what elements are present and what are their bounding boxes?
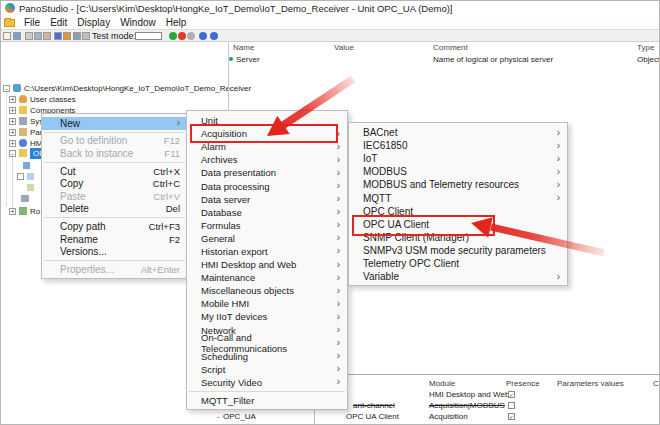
column-header-module[interactable]: Module (429, 379, 455, 388)
expander-icon[interactable]: + (9, 118, 16, 125)
column-header-comment-clipped[interactable]: C (653, 379, 659, 388)
menubar-item-help[interactable]: Help (161, 17, 192, 28)
system-icon (19, 117, 27, 125)
submenu-item-hmi-desktop-and-web[interactable]: HMI Desktop and Web › (187, 258, 347, 271)
expander-icon[interactable]: + (9, 96, 16, 103)
cut-icon[interactable] (25, 32, 33, 40)
start-icon[interactable] (169, 32, 177, 40)
submenu-item-snmpv3-usm-mode-security-parameters[interactable]: SNMPv3 USM mode security parameters (349, 244, 567, 257)
column-header-comment[interactable]: Comment (433, 43, 468, 52)
column-header-parameters-values[interactable]: Parameters values (557, 379, 624, 388)
menu-separator (44, 260, 185, 261)
submenu-arrow-icon: › (337, 325, 340, 335)
tree-item-label: C:\Users\Kim\Desktop\HongKe_IoT_Demo\IoT… (24, 84, 251, 93)
row-expander-icon[interactable]: - (217, 412, 220, 421)
menu-item-copy-path[interactable]: Copy path Ctrl+F3 (42, 220, 187, 233)
menubar-item-edit[interactable]: Edit (45, 17, 72, 28)
submenu-item-telemetry-opc-client[interactable]: Telemetry OPC Client (349, 257, 567, 270)
submenu-item-script[interactable]: Script › (187, 363, 347, 376)
submenu-item-modbus-and-telemetry-resources[interactable]: MODBUS and Telemetry resources › (349, 178, 567, 191)
info-icon[interactable] (199, 32, 207, 40)
paste-icon[interactable] (43, 32, 51, 40)
submenu-item-on-call-and-telecommunications[interactable]: On-Call and Telecommunications › (187, 337, 347, 350)
menubar-item-window[interactable]: Window (115, 17, 161, 28)
server-row-type: Object (637, 55, 660, 64)
submenu-item-my-iiot-devices[interactable]: My IIoT devices › (187, 310, 347, 323)
submenu-item-miscellaneous-objects[interactable]: Miscellaneous objects › (187, 284, 347, 297)
expander-icon[interactable]: + (9, 140, 16, 147)
submenu-item-modbus[interactable]: MODBUS › (349, 165, 567, 178)
submenu-arrow-icon: › (337, 273, 340, 283)
submenu-item-data-processing[interactable]: Data processing › (187, 179, 347, 192)
submenu-item-archives[interactable]: Archives › (187, 153, 347, 166)
submenu-item-variable[interactable]: Variable › (349, 270, 567, 283)
submenu-arrow-icon: › (557, 193, 560, 203)
print-icon[interactable] (82, 32, 90, 40)
submenu-item-data-server[interactable]: Data server › (187, 193, 347, 206)
menu-separator (44, 217, 185, 218)
menu-item-go-to-definition[interactable]: Go to definition F12 (42, 135, 187, 148)
submenu-item-maintenance[interactable]: Maintenance › (187, 271, 347, 284)
menu-item-properties[interactable]: Properties... Alt+Enter (42, 263, 187, 276)
save-icon[interactable] (13, 32, 21, 40)
submenu-item-iec61850[interactable]: IEC61850 › (349, 139, 567, 152)
presence-checkbox-checked[interactable]: ✓ (508, 413, 515, 420)
column-header-name[interactable]: Name (233, 43, 254, 52)
new-file-icon[interactable] (3, 32, 11, 40)
column-header-type[interactable]: Type (637, 43, 654, 52)
submenu-arrow-icon: › (337, 351, 340, 361)
expander-icon[interactable]: + (9, 129, 16, 136)
submenu-item-mobile-hmi[interactable]: Mobile HMI › (187, 297, 347, 310)
server-row-comment: Name of logical or physical server (433, 55, 553, 64)
menu-item-new[interactable]: New › (42, 117, 187, 130)
document-folder-icon[interactable] (4, 19, 15, 27)
submenu-item-security-video[interactable]: Security Video › (187, 376, 347, 389)
stop-icon[interactable] (178, 32, 186, 40)
components-icon (19, 106, 27, 114)
menu-item-delete[interactable]: Delete Del (42, 203, 187, 216)
column-header-presence[interactable]: Presence (506, 379, 540, 388)
menu-item-rename[interactable]: Rename F2 (42, 233, 187, 246)
pause-icon[interactable] (187, 32, 195, 40)
menubar-item-file[interactable]: File (19, 17, 45, 28)
menu-item-back-to-instance[interactable]: Back to instance F11 (42, 147, 187, 160)
menu-item-copy[interactable]: Copy Ctrl+C (42, 177, 187, 190)
menu-separator (44, 132, 185, 133)
submenu-item-mqtt-filter[interactable]: MQTT_Filter (187, 394, 347, 407)
column-header-value[interactable]: Value (334, 43, 354, 52)
project-icon[interactable] (54, 32, 62, 40)
menubar-item-display[interactable]: Display (72, 17, 115, 28)
menu-item-cut[interactable]: Cut Ctrl+X (42, 165, 187, 178)
submenu-arrow-icon: › (337, 338, 340, 348)
server-status-icon (229, 57, 233, 61)
view-icon[interactable] (73, 32, 81, 40)
tree-child-expander-icon[interactable] (17, 173, 24, 180)
expander-icon[interactable]: - (3, 85, 10, 92)
server-row-name[interactable]: Server (236, 55, 260, 64)
menu-item-versions[interactable]: Versions... (42, 245, 187, 258)
presence-checkbox-unchecked[interactable] (508, 402, 515, 409)
menu-separator (44, 162, 185, 163)
menu-bar: File Edit Display Window Help (1, 16, 660, 29)
expander-icon[interactable]: + (9, 107, 16, 114)
copy-icon[interactable] (34, 32, 42, 40)
menu-item-paste[interactable]: Paste Ctrl+V (42, 190, 187, 203)
build-icon[interactable] (63, 32, 71, 40)
tree-item-label: Ro (30, 207, 40, 216)
submenu-item-bacnet[interactable]: BACnet › (349, 126, 567, 139)
submenu-arrow-icon: › (557, 141, 560, 151)
expander-icon[interactable]: - (9, 150, 16, 157)
submenu-item-mqtt[interactable]: MQTT › (349, 191, 567, 204)
submenu-item-data-presentation[interactable]: Data presentation › (187, 166, 347, 179)
presence-checkbox-checked[interactable]: ✓ (508, 391, 515, 398)
submenu-item-historian-export[interactable]: Historian export › (187, 245, 347, 258)
expander-icon[interactable]: + (9, 208, 16, 215)
test-mode-input[interactable] (135, 32, 162, 40)
submenu-item-iot[interactable]: IoT › (349, 152, 567, 165)
panostudio-window: PanoStudio - [C:\Users\Kim\Desktop\HongK… (0, 0, 660, 425)
tree-item-ro[interactable]: + Ro (9, 205, 40, 217)
help-icon[interactable] (210, 32, 218, 40)
submenu-item-general[interactable]: General › (187, 232, 347, 245)
submenu-item-database[interactable]: Database › (187, 206, 347, 219)
submenu-item-formulas[interactable]: Formulas › (187, 219, 347, 232)
